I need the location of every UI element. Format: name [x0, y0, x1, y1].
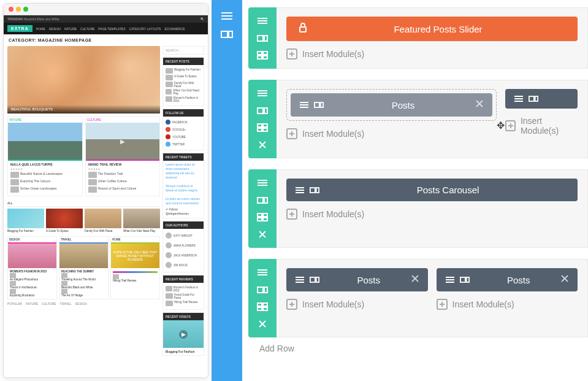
- module-label: Posts: [327, 275, 411, 285]
- category-title: CATEGORY: MAGAZINE HOMEPAGE: [4, 34, 208, 46]
- insert-module-button[interactable]: Insert Module(s): [286, 128, 497, 139]
- svg-rect-51: [258, 218, 262, 221]
- svg-rect-23: [263, 124, 267, 127]
- svg-rect-20: [258, 108, 263, 114]
- close-icon[interactable]: [256, 140, 269, 150]
- module-icons: [445, 276, 470, 283]
- section-controls: [212, 0, 242, 381]
- svg-rect-12: [258, 56, 262, 59]
- plus-icon: [286, 299, 297, 310]
- module-label: Posts: [331, 100, 475, 110]
- svg-rect-59: [316, 188, 319, 193]
- columns-icon[interactable]: [220, 29, 234, 39]
- module-featured-posts-slider[interactable]: Featured Posts Slider: [286, 17, 578, 41]
- columns-icon[interactable]: [256, 195, 269, 205]
- svg-rect-24: [258, 128, 262, 131]
- svg-rect-67: [258, 303, 262, 306]
- hamburger-icon[interactable]: [256, 178, 269, 188]
- page-builder: Featured Posts Slider Insert Module(s): [212, 0, 588, 381]
- insert-module-button[interactable]: Insert Module(s): [286, 48, 578, 60]
- hamburger-icon[interactable]: [220, 11, 234, 21]
- move-cursor-icon: ✥: [497, 120, 505, 131]
- module-icons: [514, 95, 538, 102]
- plus-icon: [505, 120, 516, 131]
- grid-icon[interactable]: [256, 50, 269, 60]
- svg-rect-77: [316, 277, 319, 282]
- svg-rect-31: [315, 102, 319, 107]
- module-label: Posts: [477, 275, 561, 285]
- module-posts[interactable]: Posts: [291, 93, 492, 117]
- svg-rect-3: [221, 31, 227, 37]
- builder-row: Posts Carousel Insert Module(s): [248, 169, 588, 248]
- insert-module-button[interactable]: Insert Module(s): [286, 209, 578, 220]
- row-controls: [248, 169, 277, 248]
- svg-rect-65: [258, 287, 263, 293]
- module-label: Featured Posts Slider: [307, 24, 569, 34]
- module-posts-carousel[interactable]: Posts Carousel: [286, 179, 578, 201]
- columns-icon[interactable]: [256, 106, 269, 115]
- svg-rect-21: [264, 108, 267, 114]
- grid-icon[interactable]: [256, 123, 269, 133]
- svg-rect-8: [258, 36, 263, 41]
- module-posts[interactable]: [505, 89, 578, 109]
- site-preview-thumbnail: TRENDING Beautiful Black and White 🔍 EXT…: [3, 3, 208, 378]
- module-drop-zone[interactable]: Posts ✥: [286, 89, 497, 121]
- row-controls: [248, 80, 277, 158]
- svg-rect-49: [258, 214, 262, 217]
- plus-icon: [286, 48, 297, 60]
- svg-rect-32: [321, 102, 323, 107]
- hamburger-icon[interactable]: [256, 267, 269, 277]
- lock-icon: [299, 23, 307, 35]
- builder-row: Posts ✥ Insert Module(s): [248, 80, 588, 158]
- svg-rect-68: [263, 303, 267, 306]
- close-icon[interactable]: [256, 229, 269, 239]
- svg-rect-76: [310, 277, 315, 282]
- svg-rect-14: [300, 27, 306, 32]
- svg-rect-40: [529, 96, 534, 101]
- close-icon[interactable]: [411, 274, 419, 285]
- insert-module-button[interactable]: Insert Module(s): [286, 299, 428, 310]
- plus-icon: [437, 299, 448, 310]
- close-icon[interactable]: [560, 274, 569, 285]
- module-posts[interactable]: Posts: [286, 268, 428, 291]
- columns-icon[interactable]: [256, 285, 269, 294]
- svg-rect-69: [258, 307, 262, 310]
- svg-rect-13: [263, 56, 267, 59]
- close-icon[interactable]: [475, 99, 484, 110]
- svg-rect-22: [258, 124, 262, 127]
- builder-row: Featured Posts Slider Insert Module(s): [248, 7, 588, 69]
- window-dots: [4, 4, 208, 15]
- hamburger-icon[interactable]: [256, 16, 269, 26]
- add-row-button[interactable]: Add Row: [248, 344, 588, 353]
- svg-rect-4: [229, 31, 232, 37]
- svg-rect-70: [263, 307, 267, 310]
- insert-module-button[interactable]: Insert Module(s): [505, 116, 578, 136]
- module-posts[interactable]: Posts: [437, 268, 578, 291]
- svg-rect-9: [264, 36, 267, 41]
- plus-icon: [286, 128, 297, 139]
- svg-rect-11: [263, 52, 267, 55]
- svg-rect-66: [264, 287, 267, 293]
- columns-icon[interactable]: [256, 33, 269, 43]
- svg-rect-58: [310, 188, 315, 193]
- module-icons: [295, 276, 319, 283]
- site-logo: EXTRA: [7, 25, 32, 32]
- row-controls: [248, 7, 277, 69]
- grid-icon[interactable]: [256, 302, 269, 312]
- row-controls: [248, 259, 277, 337]
- svg-rect-47: [258, 198, 263, 203]
- svg-rect-48: [264, 198, 267, 203]
- hamburger-icon[interactable]: [256, 88, 269, 98]
- builder-row: Posts Insert Module(s): [248, 259, 588, 337]
- svg-rect-10: [258, 52, 262, 55]
- insert-module-button[interactable]: Insert Module(s): [437, 299, 578, 310]
- close-icon[interactable]: [256, 319, 269, 329]
- svg-rect-50: [263, 214, 267, 217]
- svg-rect-41: [535, 96, 538, 101]
- module-icons: [295, 187, 319, 194]
- grid-icon[interactable]: [256, 212, 269, 222]
- svg-rect-25: [263, 128, 267, 131]
- svg-rect-85: [460, 277, 465, 282]
- svg-rect-86: [466, 277, 468, 282]
- svg-rect-52: [263, 218, 267, 221]
